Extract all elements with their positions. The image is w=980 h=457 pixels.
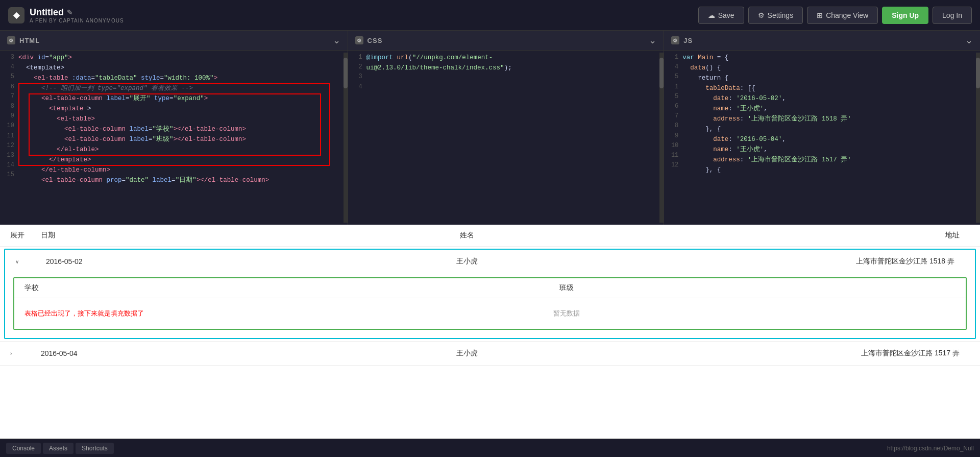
html-scrollbar-thumb[interactable] xyxy=(344,58,348,88)
th-date: 日期 xyxy=(41,231,143,240)
save-label: Save xyxy=(718,11,734,19)
bottom-url: https://blog.csdn.net/Demo_Null xyxy=(887,445,974,452)
inner-th-school: 学校 xyxy=(24,283,178,293)
save-icon: ☁ xyxy=(708,11,715,19)
js-panel: ⚙ JS ⌄ 1 4 5 1 5 6 7 8 9 10 11 12 xyxy=(664,31,980,225)
expanded-row-wrapper: ∨ 2016-05-02 王小虎 上海市普陀区金沙江路 1518 弄 学校 班级… xyxy=(4,249,976,339)
html-scrollbar[interactable] xyxy=(344,53,348,223)
row-main-1: ∨ 2016-05-02 王小虎 上海市普陀区金沙江路 1518 弄 xyxy=(5,250,975,273)
html-collapse-btn[interactable]: ⌄ xyxy=(333,35,340,46)
editor-area: ⚙ HTML ⌄ 3 4 5 6 7 8 9 10 11 12 13 xyxy=(0,31,980,225)
css-panel-header: ⚙ CSS ⌄ xyxy=(348,31,664,51)
settings-icon: ⚙ xyxy=(758,11,765,19)
html-title: HTML xyxy=(19,37,40,44)
change-view-icon: ⊞ xyxy=(817,11,823,19)
signup-button[interactable]: Sign Up xyxy=(882,7,928,24)
assets-label: Assets xyxy=(49,445,67,452)
html-panel-title: ⚙ HTML xyxy=(7,36,40,44)
html-panel: ⚙ HTML ⌄ 3 4 5 6 7 8 9 10 11 12 13 xyxy=(0,31,348,225)
chevron-down-icon: ∨ xyxy=(15,259,19,264)
js-icon: ⚙ xyxy=(671,36,679,44)
row-address-2: 上海市普陀区金沙江路 1517 弄 xyxy=(791,349,970,358)
expand-btn-2[interactable]: › xyxy=(10,351,41,356)
js-scrollbar-thumb[interactable] xyxy=(976,58,980,88)
js-scrollbar[interactable] xyxy=(976,53,980,223)
preview-area: 展开 日期 姓名 地址 ∨ 2016-05-02 王小虎 上海市普陀区金沙江路 … xyxy=(0,225,980,439)
inner-table-wrapper: 学校 班级 表格已经出现了，接下来就是填充数据了 暂无数据 xyxy=(13,277,967,330)
th-expand: 展开 xyxy=(10,231,41,240)
logo: ◆ Untitled ✎ A PEN BY CAPTAIN ANONYMOUS xyxy=(8,7,124,23)
inner-table-body: 表格已经出现了，接下来就是填充数据了 暂无数据 xyxy=(14,298,966,329)
change-view-button[interactable]: ⊞ Change View xyxy=(807,7,878,24)
bottom-bar: Console Assets Shortcuts https://blog.cs… xyxy=(0,439,980,457)
table-header-row: 展开 日期 姓名 地址 xyxy=(0,225,980,247)
js-code-area[interactable]: 1 4 5 1 5 6 7 8 9 10 11 12 var Main = { … xyxy=(664,51,980,225)
html-code-content: <div id="app"> <template> <el-table :dat… xyxy=(18,53,344,223)
css-code-area[interactable]: 1 2 3 4 @import url("//unpkg.com/element… xyxy=(348,51,664,225)
logo-text: Untitled ✎ A PEN BY CAPTAIN ANONYMOUS xyxy=(30,7,124,23)
app-title[interactable]: Untitled xyxy=(30,7,64,18)
html-icon: ⚙ xyxy=(7,36,15,44)
row-date-2: 2016-05-04 xyxy=(41,349,143,357)
table-container: 展开 日期 姓名 地址 ∨ 2016-05-02 王小虎 上海市普陀区金沙江路 … xyxy=(0,225,980,439)
topbar-actions: ☁ Save ⚙ Settings ⊞ Change View Sign Up … xyxy=(698,7,972,24)
expand-btn-1[interactable]: ∨ xyxy=(15,259,46,264)
assets-button[interactable]: Assets xyxy=(43,443,74,454)
js-panel-title: ⚙ JS xyxy=(671,36,693,44)
settings-button[interactable]: ⚙ Settings xyxy=(748,7,803,24)
row-date-1: 2016-05-02 xyxy=(46,257,148,266)
js-title: JS xyxy=(683,37,693,44)
edit-icon[interactable]: ✎ xyxy=(67,8,73,16)
css-panel-title: ⚙ CSS xyxy=(355,36,383,44)
css-scrollbar[interactable] xyxy=(659,53,664,223)
html-line-numbers: 3 4 5 6 7 8 9 10 11 12 13 14 15 xyxy=(0,53,18,223)
css-line-numbers: 1 2 3 4 xyxy=(348,53,366,223)
js-line-numbers: 1 4 5 1 5 6 7 8 9 10 11 12 xyxy=(664,53,682,223)
html-code-area[interactable]: 3 4 5 6 7 8 9 10 11 12 13 14 15 xyxy=(0,51,348,225)
css-title: CSS xyxy=(368,37,383,44)
row-main-2: › 2016-05-04 王小虎 上海市普陀区金沙江路 1517 弄 xyxy=(0,342,980,365)
html-panel-header: ⚙ HTML ⌄ xyxy=(0,31,348,51)
css-scrollbar-thumb[interactable] xyxy=(659,58,664,88)
login-label: Log In xyxy=(942,11,962,19)
console-label: Console xyxy=(12,445,35,452)
js-collapse-btn[interactable]: ⌄ xyxy=(965,35,973,46)
table-row-2: › 2016-05-04 王小虎 上海市普陀区金沙江路 1517 弄 xyxy=(0,342,980,366)
shortcuts-label: Shortcuts xyxy=(82,445,108,452)
bottom-left: Console Assets Shortcuts xyxy=(6,443,114,454)
inner-empty: 暂无数据 xyxy=(178,309,955,318)
chevron-right-icon: › xyxy=(10,351,12,356)
logo-icon: ◆ xyxy=(8,7,24,23)
app-subtitle: A PEN BY CAPTAIN ANONYMOUS xyxy=(30,18,124,23)
css-icon: ⚙ xyxy=(355,36,363,44)
table-row-1: ∨ 2016-05-02 王小虎 上海市普陀区金沙江路 1518 弄 学校 班级… xyxy=(0,247,980,342)
row-address-1: 上海市普陀区金沙江路 1518 弄 xyxy=(786,257,965,266)
console-button[interactable]: Console xyxy=(6,443,41,454)
inner-message: 表格已经出现了，接下来就是填充数据了 xyxy=(24,309,178,318)
css-collapse-btn[interactable]: ⌄ xyxy=(649,35,656,46)
login-button[interactable]: Log In xyxy=(933,7,972,24)
js-code-content: var Main = { data() { return { tableData… xyxy=(682,53,976,223)
row-name-1: 王小虎 xyxy=(148,257,786,266)
inner-th-class: 班级 xyxy=(178,283,955,293)
change-view-label: Change View xyxy=(826,11,868,19)
topbar: ◆ Untitled ✎ A PEN BY CAPTAIN ANONYMOUS … xyxy=(0,0,980,31)
save-button[interactable]: ☁ Save xyxy=(698,7,744,24)
row-name-2: 王小虎 xyxy=(143,349,791,358)
th-address: 地址 xyxy=(791,231,970,240)
css-code-content: @import url("//unpkg.com/element- ui@2.1… xyxy=(366,53,660,223)
shortcuts-button[interactable]: Shortcuts xyxy=(76,443,114,454)
inner-table-header: 学校 班级 xyxy=(14,278,966,298)
settings-label: Settings xyxy=(768,11,794,19)
js-panel-header: ⚙ JS ⌄ xyxy=(664,31,980,51)
th-name: 姓名 xyxy=(143,231,791,240)
css-panel: ⚙ CSS ⌄ 1 2 3 4 @import url("//unpkg.com… xyxy=(348,31,665,225)
signup-label: Sign Up xyxy=(892,11,919,19)
